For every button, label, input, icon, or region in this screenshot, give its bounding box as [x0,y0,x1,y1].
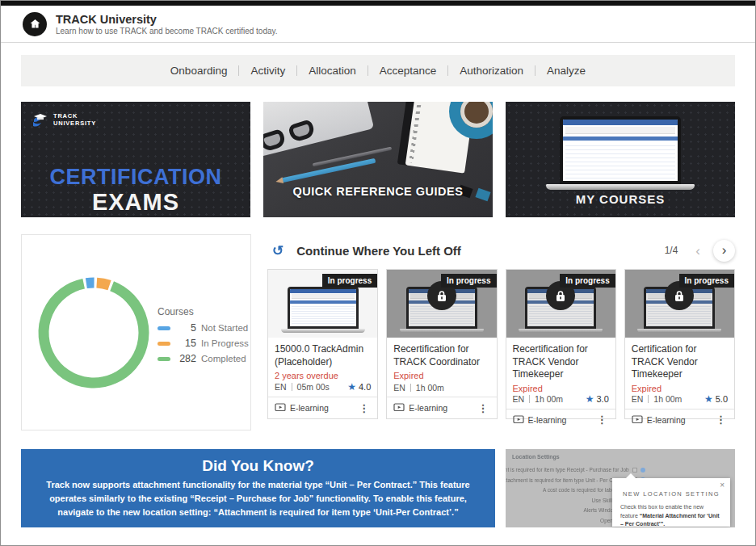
course-due-status: 2 years overdue [275,371,371,380]
info-dot-icon [640,468,645,472]
banner-row: TRACKUNIVERSITY CERTIFICATION EXAMS QUIC… [21,102,735,217]
courses-donut-chart [33,272,154,393]
legend-title: Courses [158,306,249,317]
page-title: TRACK University [56,13,278,26]
home-icon [29,18,41,30]
course-language: EN [393,383,405,393]
meta-separator [292,383,292,391]
course-duration: 1h 00m [653,394,682,404]
banner-my-courses[interactable]: MY COURSES [506,102,735,217]
course-due-status: Expired [393,371,489,380]
carousel-prev-button[interactable]: ‹ [695,244,700,258]
legend-swatch [158,326,170,330]
course-thumbnail: In progress [506,270,615,338]
rating-value: 5.0 [716,394,728,404]
e-learning-icon [513,415,524,425]
kebab-menu-icon[interactable]: ⋮ [477,402,490,414]
banner-caption: MY COURSES [506,192,735,206]
course-thumbnail: In progress [625,270,734,338]
course-type-label: E-learning [290,403,329,413]
chart-legend: Courses 5 Not Started 15 In Progress 282… [158,306,249,368]
popover-body: Check this box to enable the new feature… [620,503,722,527]
page-indicator: 1/4 [665,245,678,256]
e-learning-icon [275,403,286,413]
continue-section: ↻ Continue Where You Left Off 1/4 ‹ › In… [267,234,735,430]
kebab-menu-icon[interactable]: ⋮ [595,414,609,426]
checkbox-icon [632,468,637,472]
status-badge: In progress [679,274,734,288]
track-university-logo: TRACKUNIVERSITY [32,112,96,128]
legend-item-not-started: 5 Not Started [158,322,249,334]
history-refresh-icon: ↻ [272,242,284,259]
section-title: Continue Where You Left Off [296,244,461,258]
star-icon: ★ [586,393,594,405]
star-icon: ★ [347,381,356,393]
status-badge: In progress [441,274,496,288]
course-card[interactable]: In progress Recertification for TRACK Ve… [506,269,616,419]
did-you-know-body: Track now supports attachment functional… [21,475,495,519]
carousel-next-button[interactable]: › [713,240,735,262]
laptop-mockup [546,116,695,190]
app-header: TRACK University Learn how to use TRACK … [1,6,755,43]
course-card[interactable]: In progress 15000.0 TrackAdmin (Placehol… [267,269,378,419]
course-type-label: E-learning [409,403,447,413]
nav-item-analyze[interactable]: Analyze [536,65,597,77]
course-card[interactable]: In progress Certification for TRACK Vend… [624,269,735,419]
legend-item-in-progress: 15 In Progress [158,338,249,349]
course-language: EN [513,394,525,404]
courses-summary-panel: Courses 5 Not Started 15 In Progress 282… [21,234,251,430]
course-language: EN [275,382,287,392]
status-badge: In progress [560,274,615,288]
course-title: Certification for TRACK Vendor Timekeepe… [632,343,728,381]
nav-item-onboarding[interactable]: Onboarding [159,65,239,77]
legend-swatch [158,342,170,346]
did-you-know-title: Did You Know? [21,457,495,475]
course-card[interactable]: In progress Recertification for TRACK Co… [386,269,497,419]
course-due-status: Expired [513,384,609,393]
legend-item-completed: 282 Completed [158,353,249,364]
course-thumbnail: In progress [268,270,377,338]
logo-line2: UNIVERSITY [53,120,96,128]
course-type-label: E-learning [528,415,567,425]
popover-title: NEW LOCATION SETTING [612,490,730,498]
course-language: EN [632,394,644,404]
page-subtitle: Learn how to use TRACK and become TRACK … [56,27,278,36]
nav-item-acceptance[interactable]: Acceptance [368,65,448,77]
close-icon: × [720,481,724,489]
settings-screenshot-title: Location Settings [512,454,560,460]
main-nav: Onboarding Activity Allocation Acceptanc… [21,55,735,86]
rating-value: 3.0 [596,394,608,404]
banner-certification-exams[interactable]: TRACKUNIVERSITY CERTIFICATION EXAMS [21,102,250,217]
star-icon: ★ [704,393,713,405]
location-settings-screenshot: Location Settings Attachment is required… [506,449,735,527]
course-duration: 05m 00s [297,382,330,392]
course-duration: 1h 00m [416,383,444,393]
did-you-know-banner: Did You Know? Track now supports attachm… [21,449,495,527]
home-button[interactable] [23,12,47,36]
kebab-menu-icon[interactable]: ⋮ [357,402,371,414]
legend-swatch [158,357,170,361]
course-title: Recertification for TRACK Vendor Timekee… [513,343,609,381]
meta-separator [410,384,411,392]
course-duration: 1h 00m [535,394,563,404]
status-badge: In progress [322,274,377,288]
course-title: 15000.0 TrackAdmin (Placeholder) [275,343,371,368]
course-title: Recertification for TRACK Coordinator [393,343,489,368]
banner-caption: QUICK REFERENCE GUIDES [263,185,493,198]
nav-item-allocation[interactable]: Allocation [297,65,368,77]
kebab-menu-icon[interactable]: ⋮ [714,414,728,426]
e-learning-icon [393,403,405,413]
course-type-label: E-learning [647,415,686,425]
page: TRACK University Learn how to use TRACK … [0,0,756,546]
banner-quick-reference-guides[interactable]: QUICK REFERENCE GUIDES [263,102,493,217]
course-thumbnail: In progress [387,270,496,338]
nav-item-activity[interactable]: Activity [239,65,296,77]
e-learning-icon [632,415,643,425]
graduation-cap-icon [32,112,49,128]
new-location-setting-popover: × NEW LOCATION SETTING Check this box to… [612,478,730,527]
banner-title-certification: CERTIFICATION [21,165,250,190]
meta-separator [529,395,530,403]
nav-item-authorization[interactable]: Authorization [448,65,535,77]
banner-title-exams: EXAMS [21,189,250,216]
meta-separator [648,395,649,403]
